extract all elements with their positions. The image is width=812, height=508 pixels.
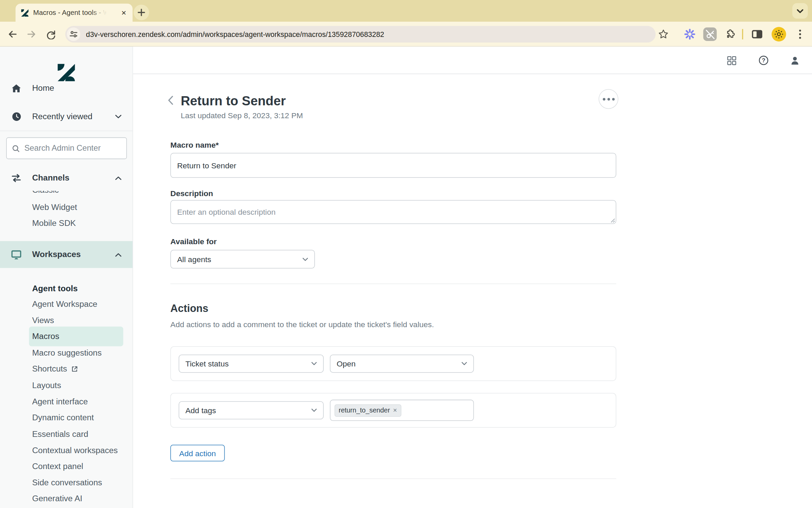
dot-icon <box>603 98 605 101</box>
sidebar-item-recently-viewed[interactable]: Recently viewed <box>0 109 133 124</box>
chevron-down-icon <box>115 114 122 119</box>
channels-arrows-icon <box>11 173 22 182</box>
sidebar-item-home[interactable]: Home <box>0 80 133 96</box>
reload-icon <box>46 29 56 40</box>
resize-handle-icon[interactable] <box>611 218 615 223</box>
dot-icon <box>607 98 610 101</box>
sidebar-item-generative-ai[interactable]: Generative AI <box>32 491 82 506</box>
chevron-down-icon <box>311 408 317 412</box>
products-grid-button[interactable] <box>726 56 736 65</box>
available-for-select[interactable]: All agents <box>171 250 315 269</box>
sidebar-section-label: Workspaces <box>32 250 81 259</box>
sidebar-section-label: Channels <box>32 173 69 183</box>
sidebar-item-label: Macros <box>32 332 59 341</box>
search-input[interactable] <box>24 144 121 153</box>
back-button[interactable] <box>6 28 19 41</box>
zendesk-admin-center: Home Recently viewed <box>0 47 812 508</box>
url-text[interactable]: d3v-verschoren.zendesk.com/admin/workspa… <box>86 30 384 38</box>
section-divider <box>171 283 616 284</box>
sidebar-item-label: Agent interface <box>32 397 88 406</box>
sidebar-section-workspaces[interactable]: Workspaces <box>0 241 133 268</box>
bookmark-button[interactable] <box>657 28 670 41</box>
macro-name-input[interactable] <box>171 153 616 178</box>
puzzle-icon <box>724 28 736 40</box>
remove-tag-icon[interactable]: × <box>393 406 397 414</box>
arrow-right-icon <box>26 29 37 40</box>
actions-heading: Actions <box>171 303 208 315</box>
arrow-left-icon <box>7 29 18 40</box>
sidebar-item-shortcuts[interactable]: Shortcuts <box>32 361 78 377</box>
profile-button[interactable] <box>790 56 799 65</box>
sidebar-item-label: Agent Workspace <box>32 300 97 309</box>
sidebar-item-essentials-card[interactable]: Essentials card <box>32 427 88 442</box>
zendesk-logo-icon <box>57 63 76 82</box>
last-updated: Last updated Sep 8, 2023, 3:12 PM <box>181 111 303 120</box>
tag-label: return_to_sender <box>339 406 390 414</box>
tab-close-button[interactable]: × <box>119 8 129 18</box>
tag-chip[interactable]: return_to_sender × <box>335 404 401 417</box>
forward-button[interactable] <box>25 28 38 41</box>
home-icon <box>11 83 22 93</box>
sidebar-item-web-widget[interactable]: Web Widget <box>32 199 77 215</box>
admin-search[interactable] <box>6 137 127 159</box>
chevron-left-icon <box>167 96 173 105</box>
site-settings-button[interactable] <box>67 27 80 41</box>
sidebar-item-mobile-sdk[interactable]: Mobile SDK <box>32 216 76 231</box>
sidebar: Home Recently viewed <box>0 47 133 508</box>
sidebar-item-agent-workspace[interactable]: Agent Workspace <box>32 297 97 312</box>
dot-icon <box>612 98 614 101</box>
sidebar-item-label: Web Widget <box>32 203 77 212</box>
browser-menu-button[interactable] <box>795 28 805 41</box>
sidebar-item-layouts[interactable]: Layouts <box>32 378 61 394</box>
sidebar-item-agent-interface[interactable]: Agent interface <box>32 394 88 409</box>
reload-button[interactable] <box>45 28 57 41</box>
action-field-select[interactable]: Add tags <box>179 401 324 420</box>
zendesk-favicon-icon <box>21 8 29 17</box>
action-row: Add tags return_to_sender × <box>171 393 616 428</box>
toolbar-divider <box>742 29 743 40</box>
sidebar-item-macros[interactable]: Macros <box>32 329 59 344</box>
sidebar-item-label: Macro suggestions <box>32 348 102 358</box>
new-tab-button[interactable] <box>134 5 149 20</box>
password-manager-button[interactable] <box>703 27 717 41</box>
sidebar-item-side-conversations[interactable]: Side conversations <box>32 475 102 490</box>
side-panel-button[interactable] <box>751 28 763 41</box>
extensions-button[interactable] <box>723 28 736 41</box>
chevron-down-icon <box>461 362 467 365</box>
sidebar-item-macro-suggestions[interactable]: Macro suggestions <box>32 345 102 361</box>
plus-icon <box>137 8 145 16</box>
side-panel-icon <box>751 29 763 40</box>
description-textarea[interactable] <box>171 200 616 224</box>
sidebar-item-views[interactable]: Views <box>32 313 54 328</box>
sidebar-group-agent-tools: Agent tools <box>32 281 78 297</box>
zendesk-logo <box>0 63 133 82</box>
browser-toolbar: d3v-verschoren.zendesk.com/admin/workspa… <box>0 22 812 46</box>
browser-tab-bar: Macros - Agent tools - Works × <box>0 0 812 22</box>
tab-search-button[interactable] <box>792 3 808 19</box>
address-bar[interactable]: d3v-verschoren.zendesk.com/admin/workspa… <box>65 26 656 43</box>
help-button[interactable]: ? <box>759 56 768 65</box>
chevron-up-icon <box>115 173 122 183</box>
section-divider <box>171 479 616 479</box>
action-field-select[interactable]: Ticket status <box>179 355 324 373</box>
sidebar-item-label: Side conversations <box>32 478 102 487</box>
sidebar-item-label: Mobile SDK <box>32 219 76 228</box>
back-button[interactable] <box>167 96 173 105</box>
tags-input[interactable]: return_to_sender × <box>330 400 474 421</box>
sidebar-item-dynamic-content[interactable]: Dynamic content <box>32 410 94 426</box>
actions-subtitle: Add actions to add a comment to the tick… <box>171 320 434 329</box>
tab-title: Macros - Agent tools - Works <box>33 9 106 17</box>
sidebar-item-label: Essentials card <box>32 430 88 439</box>
browser-tab[interactable]: Macros - Agent tools - Works × <box>16 4 133 22</box>
sidebar-item-contextual-workspaces[interactable]: Contextual workspaces <box>32 443 118 458</box>
add-action-button[interactable]: Add action <box>171 445 225 461</box>
sidebar-item-context-panel[interactable]: Context panel <box>32 459 83 474</box>
macro-overflow-menu-button[interactable] <box>599 89 618 109</box>
sidebar-item-label: Home <box>32 83 54 93</box>
sidebar-group-label: Agent tools <box>32 284 78 294</box>
extension-burst-button[interactable] <box>683 28 696 41</box>
action-value-select[interactable]: Open <box>330 355 474 373</box>
select-value: Add tags <box>185 406 216 415</box>
browser-profile-avatar[interactable] <box>772 27 786 42</box>
sidebar-section-channels[interactable]: Channels <box>0 165 133 191</box>
